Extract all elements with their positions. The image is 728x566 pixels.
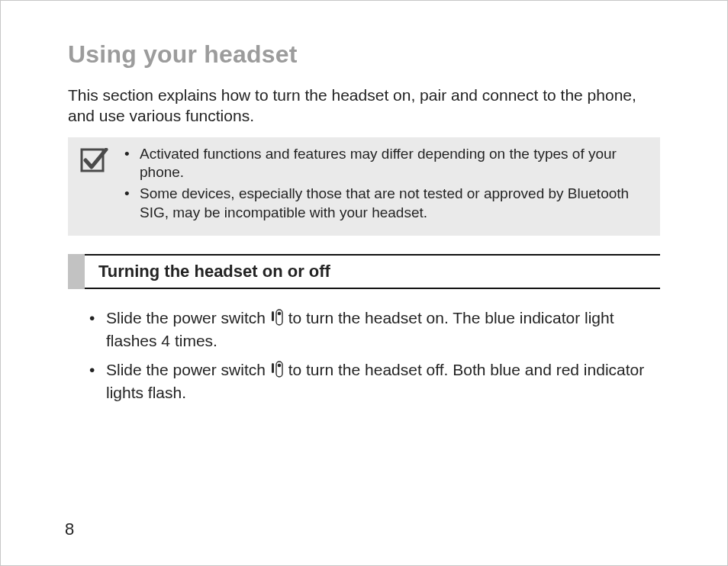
instruction-text: Slide the power switch xyxy=(106,309,270,326)
checkmark-icon xyxy=(80,148,109,175)
page-number: 8 xyxy=(65,519,74,539)
note-list: Activated functions and features may dif… xyxy=(124,145,646,225)
svg-point-2 xyxy=(277,312,281,316)
intro-paragraph: This section explains how to turn the he… xyxy=(68,85,660,127)
svg-rect-6 xyxy=(272,363,274,373)
power-switch-off-icon xyxy=(271,361,283,382)
svg-point-5 xyxy=(277,363,281,367)
power-switch-on-icon xyxy=(271,309,283,330)
subsection-title: Turning the headset on or off xyxy=(85,254,660,289)
subsection-header: Turning the headset on or off xyxy=(68,254,660,289)
instruction-text: Slide the power switch xyxy=(106,361,270,378)
instruction-item-off: Slide the power switch to turn the heads… xyxy=(89,359,660,404)
instruction-list: Slide the power switch to turn the heads… xyxy=(89,307,660,403)
instruction-item-on: Slide the power switch to turn the heads… xyxy=(89,307,660,352)
note-item: Activated functions and features may dif… xyxy=(124,145,646,182)
manual-page: Using your headset This section explains… xyxy=(0,0,728,566)
svg-rect-3 xyxy=(272,311,274,321)
page-title: Using your headset xyxy=(68,40,660,69)
note-item: Some devices, especially those that are … xyxy=(124,185,646,222)
subsection-accent-bar xyxy=(68,254,85,289)
note-callout: Activated functions and features may dif… xyxy=(68,137,660,236)
